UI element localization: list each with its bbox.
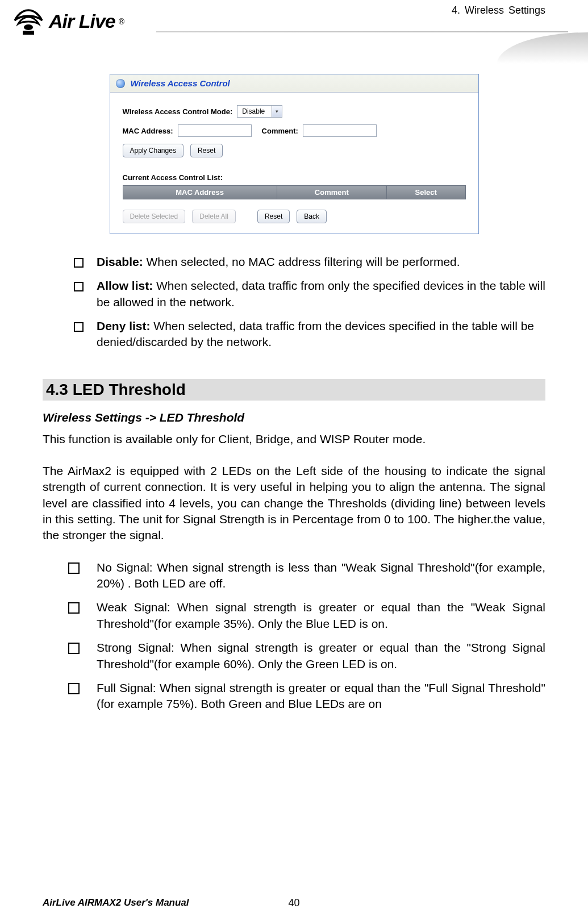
comment-label: Comment: <box>262 127 298 135</box>
delete-selected-button: Delete Selected <box>123 210 186 223</box>
th-comment: Comment <box>277 186 386 199</box>
comment-input[interactable] <box>303 124 377 137</box>
option-label: Deny list: <box>97 319 151 332</box>
page-number: 40 <box>288 897 299 909</box>
signal-label: Weak Signal <box>97 601 167 614</box>
option-text: When selected, data traffic from the dev… <box>97 319 534 348</box>
mode-options-list: Disable: When selected, no MAC address f… <box>74 254 545 351</box>
panel-title: Wireless Access Control <box>131 78 230 88</box>
chevron-down-icon: ▾ <box>272 106 282 117</box>
reset-button[interactable]: Reset <box>190 144 223 157</box>
list-item: Weak Signal: When signal strength is gre… <box>68 599 545 632</box>
brand-logo: Air Live ® <box>11 0 170 45</box>
page-footer: AirLive AIRMAX2 User's Manual 40 <box>43 897 545 909</box>
header-breadcrumb: 4. Wireless Settings <box>452 5 545 16</box>
option-label: Disable: <box>97 255 143 268</box>
wireless-access-control-panel: Wireless Access Control Wireless Access … <box>110 74 479 234</box>
mode-select[interactable]: Disable ▾ <box>237 105 282 118</box>
section-description: The AirMax2 is equipped with 2 LEDs on t… <box>43 463 545 544</box>
signal-text: : When signal strength is less than "Wea… <box>97 561 545 590</box>
header-divider <box>156 31 568 32</box>
option-text: When selected, no MAC address filtering … <box>143 255 460 268</box>
list-item: Full Signal: When signal strength is gre… <box>68 680 545 712</box>
apply-changes-button[interactable]: Apply Changes <box>123 144 184 157</box>
list-item: No Signal: When signal strength is less … <box>68 560 545 592</box>
section-title: 4.3 LED Threshold <box>43 379 545 401</box>
signal-levels-list: No Signal: When signal strength is less … <box>68 560 545 712</box>
panel-bullet-icon <box>116 79 125 88</box>
svg-rect-1 <box>23 31 34 35</box>
mode-select-value: Disable <box>237 107 272 115</box>
list-item: Allow list: When selected, data traffic … <box>74 278 545 310</box>
option-label: Allow list: <box>97 279 153 292</box>
section-note: This function is available only for Clie… <box>43 431 545 447</box>
mac-label: MAC Address: <box>123 127 173 135</box>
logo-icon <box>11 5 45 39</box>
page-header: Air Live ® 4. Wireless Settings <box>43 0 545 57</box>
list-item: Deny list: When selected, data traffic f… <box>74 318 545 351</box>
mac-input[interactable] <box>178 124 252 137</box>
manual-title: AirLive AIRMAX2 User's Manual <box>43 897 189 909</box>
section-breadcrumb: Wireless Settings -> LED Threshold <box>43 411 545 424</box>
signal-label: Strong Signal <box>97 641 171 654</box>
signal-label: No Signal <box>97 561 149 574</box>
signal-label: Full Signal <box>97 681 153 694</box>
registered-icon: ® <box>119 17 124 26</box>
delete-all-button: Delete All <box>192 210 236 223</box>
list-item: Strong Signal: When signal strength is g… <box>68 640 545 672</box>
mode-label: Wireless Access Control Mode: <box>123 107 233 116</box>
back-button[interactable]: Back <box>297 210 327 223</box>
logo-text: Air Live <box>49 10 115 32</box>
th-mac: MAC Address <box>123 186 277 199</box>
header-shadow <box>497 32 588 64</box>
option-text: When selected, data traffic from only th… <box>97 279 545 308</box>
panel-titlebar: Wireless Access Control <box>110 74 478 93</box>
list-item: Disable: When selected, no MAC address f… <box>74 254 545 270</box>
svg-point-0 <box>24 24 33 30</box>
th-select: Select <box>386 186 465 199</box>
control-list-heading: Current Access Control List: <box>123 173 466 182</box>
reset-button-2[interactable]: Reset <box>257 210 290 223</box>
signal-text: : When signal strength is greater or equ… <box>97 681 545 710</box>
access-control-table: MAC Address Comment Select <box>123 185 466 199</box>
